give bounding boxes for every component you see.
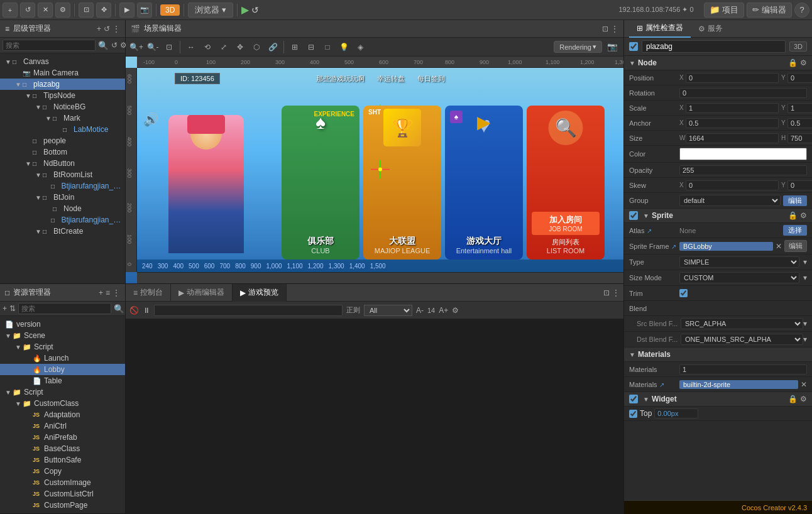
scene-canvas[interactable]: -100 0 100 200 300 400 500 600 700 800 9…	[126, 57, 623, 283]
arrow-btjoin[interactable]: ▼	[35, 194, 43, 201]
tree-item-maincamera[interactable]: 📷 Main Camera	[0, 67, 125, 79]
tree-item-labmotice[interactable]: □ LabMotice	[0, 124, 125, 135]
materials-count-input[interactable]	[679, 364, 807, 375]
tree-item-btjoin[interactable]: ▼ □ BtJoin	[0, 192, 125, 203]
help-button[interactable]: ?	[794, 3, 809, 18]
tab-gameview[interactable]: ▶ 游戏预览	[233, 284, 287, 302]
asset-list-btn[interactable]: ≡	[106, 288, 110, 297]
node-enabled-checkbox[interactable]	[629, 42, 638, 51]
widget-top-checkbox[interactable]	[629, 410, 637, 418]
browser-button[interactable]: 浏览器 ▾	[188, 3, 233, 18]
tree-item-people[interactable]: □ people	[0, 135, 125, 146]
asset-item-scene[interactable]: ▼ 📁 Scene	[0, 330, 125, 341]
asset-add-btn[interactable]: +	[99, 288, 103, 297]
add-button[interactable]: +	[3, 3, 18, 18]
tree-item-btroomlist[interactable]: ▼ □ BtRoomList	[0, 169, 125, 180]
node-settings-btn[interactable]: ⚙	[800, 58, 807, 67]
tab-inspector[interactable]: ⊞ 属性检查器	[629, 20, 691, 38]
hierarchy-search-input[interactable]	[3, 40, 96, 51]
reload-button[interactable]: ↺	[251, 5, 259, 15]
tree-item-noticebg[interactable]: ▼ □ NoticeBG	[0, 101, 125, 112]
tab-service[interactable]: ⚙ 服务	[691, 20, 730, 38]
scene-tool1[interactable]: ↔	[184, 40, 198, 54]
dst-blend-select[interactable]: ONE_MINUS_SRC_ALPHA	[681, 334, 803, 345]
asset-item-customimage[interactable]: JS CustomImage	[0, 477, 125, 488]
asset-add-btn2[interactable]: +	[3, 304, 7, 313]
sprite-settings-btn[interactable]: ⚙	[800, 211, 807, 220]
materials-section-header[interactable]: ▼ Materials	[624, 347, 812, 362]
arrow-tipsnode[interactable]: ▼	[25, 92, 33, 99]
widget-enabled-checkbox[interactable]	[629, 395, 638, 403]
asset-item-anictrl[interactable]: JS AniCtrl	[0, 420, 125, 432]
scene-snap-btn[interactable]: ⊞	[288, 40, 302, 54]
camera-icon-btn[interactable]: 📷	[605, 40, 620, 55]
hierarchy-add-btn[interactable]: +	[97, 25, 101, 33]
scale-y-input[interactable]	[787, 103, 812, 113]
opacity-input[interactable]	[679, 165, 807, 175]
asset-item-script2[interactable]: ▼ 📁 Script	[0, 386, 125, 398]
asset-item-baseclass[interactable]: JS BaseClass	[0, 443, 125, 454]
anchor-y-input[interactable]	[787, 118, 812, 128]
scene-popout-btn[interactable]: ⊡	[602, 25, 608, 33]
scene-menu-btn[interactable]: ⋮	[611, 25, 618, 33]
sizemode-select[interactable]: CUSTOM TRIMMED RAW	[679, 272, 799, 283]
trim-checkbox[interactable]	[679, 289, 688, 297]
asset-item-adaptation[interactable]: JS Adaptation	[0, 409, 125, 420]
skew-y-input[interactable]	[787, 180, 812, 190]
tree-item-btcreate[interactable]: ▼ □ BtCreate	[0, 226, 125, 237]
scene-tool3[interactable]: ⤢	[217, 40, 231, 54]
asset-search-input[interactable]	[18, 303, 111, 314]
tree-item-bottom[interactable]: □ Bottom	[0, 146, 125, 158]
widget-section-header[interactable]: ▼ Widget 🔒 ⚙	[624, 392, 812, 407]
arrow-canvas[interactable]: ▼	[5, 58, 13, 65]
sprite-enabled-checkbox[interactable]	[629, 211, 638, 220]
node-name-input[interactable]	[642, 40, 786, 53]
tree-item-plazabg[interactable]: ▼ □ plazabg	[0, 79, 125, 90]
anchor-x-input[interactable]	[686, 118, 779, 128]
group-edit-btn[interactable]: 编辑	[783, 195, 807, 206]
tree-item-node[interactable]: □ Node	[0, 203, 125, 214]
tree-item-tipsnode[interactable]: ▼ □ TipsNode	[0, 90, 125, 101]
editor-button[interactable]: ✏ 编辑器	[747, 3, 792, 18]
asset-search-button[interactable]: 🔍	[114, 304, 124, 314]
console-search-input[interactable]	[154, 305, 343, 316]
size-h-input[interactable]	[787, 133, 812, 143]
close-button[interactable]: ✕	[38, 3, 53, 18]
widget-top-input[interactable]	[654, 408, 698, 418]
tree-item-btjiarufangjian2[interactable]: □ Btjiarufangjian_cac	[0, 214, 125, 226]
asset-sort-btn[interactable]: ⇅	[9, 304, 16, 313]
play-button[interactable]: ▶	[241, 4, 249, 16]
asset-item-launch[interactable]: 🔥 Launch	[0, 353, 125, 364]
scene-tool6[interactable]: 🔗	[266, 40, 280, 54]
widget-settings-btn[interactable]: ⚙	[800, 395, 807, 403]
scene-grid-btn[interactable]: ⊟	[304, 40, 318, 54]
spriteframe-link-icon[interactable]: ↗	[671, 243, 676, 250]
asset-item-lobby[interactable]: 🔥 Lobby	[0, 364, 125, 375]
threed-button[interactable]: 3D	[160, 4, 180, 16]
rotation-input[interactable]	[679, 88, 807, 98]
scene-tool4[interactable]: ✥	[233, 40, 247, 54]
tree-item-canvas[interactable]: ▼ □ Canvas	[0, 56, 125, 67]
asset-item-aniprefab[interactable]: JS AniPrefab	[0, 432, 125, 443]
position-y-input[interactable]	[787, 73, 812, 83]
settings-button[interactable]: ⚙	[55, 3, 70, 18]
tree-item-btjiarufangjian1[interactable]: □ Btjiarufangjian_cac	[0, 180, 125, 192]
asset-item-version[interactable]: 📄 version	[0, 319, 125, 330]
arrow-ndbutton[interactable]: ▼	[25, 160, 33, 167]
tab-console[interactable]: ≡ 控制台	[126, 284, 171, 302]
asset-item-script1[interactable]: ▼ 📁 Script	[0, 341, 125, 353]
asset-item-buttonsafe[interactable]: JS ButtonSafe	[0, 454, 125, 466]
spriteframe-close-btn[interactable]: ✕	[776, 242, 782, 251]
console-filter-select[interactable]: All Errors Warnings Log	[364, 305, 412, 316]
font-increase-btn[interactable]: A+	[439, 306, 448, 315]
font-decrease-btn[interactable]: A-	[416, 306, 424, 315]
hierarchy-refresh-btn2[interactable]: ↺	[111, 41, 118, 50]
sprite-section-header[interactable]: ▼ Sprite 🔒 ⚙	[624, 209, 812, 223]
asset-menu-btn[interactable]: ⋮	[112, 288, 120, 297]
camera-button[interactable]: 📷	[137, 3, 152, 18]
spriteframe-edit-btn[interactable]: 编辑	[784, 240, 807, 252]
arrow-btcreate[interactable]: ▼	[35, 228, 43, 235]
group-select[interactable]: default	[679, 195, 781, 206]
tab-menu-btn[interactable]: ⋮	[612, 288, 620, 297]
atlas-link-icon[interactable]: ↗	[647, 227, 652, 234]
